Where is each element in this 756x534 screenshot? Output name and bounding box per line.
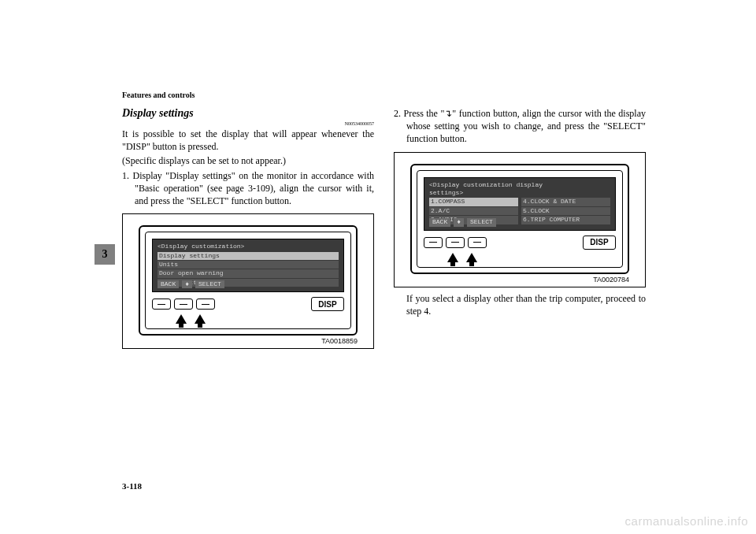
- device-inner: <Display customization> Display settings…: [145, 232, 351, 329]
- soft-button-3: [196, 299, 215, 310]
- page-number: 3-118: [122, 481, 142, 491]
- intro-paragraph-2: (Specific displays can be set to not app…: [122, 154, 374, 167]
- soft-button-2: [446, 237, 465, 248]
- footer-back-label: BACK: [158, 280, 179, 288]
- screen-row: Units: [158, 261, 339, 269]
- screen-title: <Display customization>: [158, 243, 339, 250]
- screen-row: 4.CLOCK & DATE: [521, 198, 610, 206]
- screen-row-selected: Display settings: [158, 252, 339, 260]
- arrow-up-icon: [447, 253, 458, 262]
- page-content: Display settings N00534000057 It is poss…: [122, 85, 646, 463]
- step-2: 2. Press the "↴" function button, align …: [394, 107, 646, 146]
- screen-title-line-1: <Display customization display: [429, 181, 610, 189]
- button-row: DISP: [424, 235, 616, 250]
- step-1: 1. Display "Display settings" on the mon…: [122, 169, 374, 208]
- right-column: 2. Press the "↴" function button, align …: [394, 85, 646, 463]
- footer-updown-icon: ♦: [182, 280, 192, 288]
- device-inner: <Display customization display settings>…: [417, 170, 623, 268]
- down-arrow-icon: ↴: [444, 108, 452, 119]
- disp-button: DISP: [311, 297, 344, 311]
- screen-row: 5.CLOCK: [521, 207, 610, 215]
- soft-button-3: [468, 237, 487, 248]
- arrow-up-icon: [195, 314, 206, 324]
- watermark: carmanualsonline.info: [625, 514, 748, 528]
- footer-back-label: BACK: [429, 218, 450, 226]
- soft-button-2: [174, 299, 193, 310]
- soft-button-1: [152, 299, 171, 310]
- screen-title-line-2: settings>: [429, 189, 610, 197]
- post-figure-note: If you select a display other than the t…: [394, 292, 646, 317]
- chapter-tab: 3: [94, 244, 115, 265]
- device-bezel: <Display customization display settings>…: [410, 164, 629, 274]
- heading-display-settings: Display settings: [122, 107, 374, 120]
- step-2-text-a: 2. Press the ": [394, 108, 444, 119]
- left-column: Display settings N00534000057 It is poss…: [122, 85, 374, 463]
- arrow-up-icon: [176, 314, 187, 324]
- figure-2: <Display customization display settings>…: [394, 152, 646, 287]
- intro-paragraph-1: It is possible to set the display that w…: [122, 128, 374, 153]
- figure-id: TA0018859: [139, 337, 358, 345]
- reference-code: N00534000057: [122, 121, 374, 126]
- pointer-arrows: [176, 314, 344, 324]
- arrow-up-icon: [466, 253, 477, 262]
- button-row: DISP: [152, 297, 344, 311]
- device-screen: <Display customization> Display settings…: [152, 239, 344, 292]
- device-screen: <Display customization display settings>…: [424, 177, 616, 231]
- screen-footer: BACK ♦ SELECT: [158, 280, 339, 288]
- pointer-arrows: [447, 253, 616, 262]
- footer-select-label: SELECT: [195, 280, 224, 288]
- footer-select-label: SELECT: [467, 218, 496, 226]
- figure-id: TA0020784: [410, 276, 629, 284]
- disp-button: DISP: [583, 235, 616, 250]
- soft-button-1: [424, 237, 443, 248]
- screen-footer: BACK ♦ SELECT: [429, 218, 610, 226]
- screen-row: Door open warning: [158, 269, 339, 277]
- screen-row: 2.A/C: [429, 207, 518, 215]
- screen-row-selected: 1.COMPASS: [429, 198, 518, 206]
- figure-1: <Display customization> Display settings…: [122, 213, 374, 349]
- footer-updown-icon: ♦: [454, 218, 464, 226]
- device-bezel: <Display customization> Display settings…: [139, 225, 358, 336]
